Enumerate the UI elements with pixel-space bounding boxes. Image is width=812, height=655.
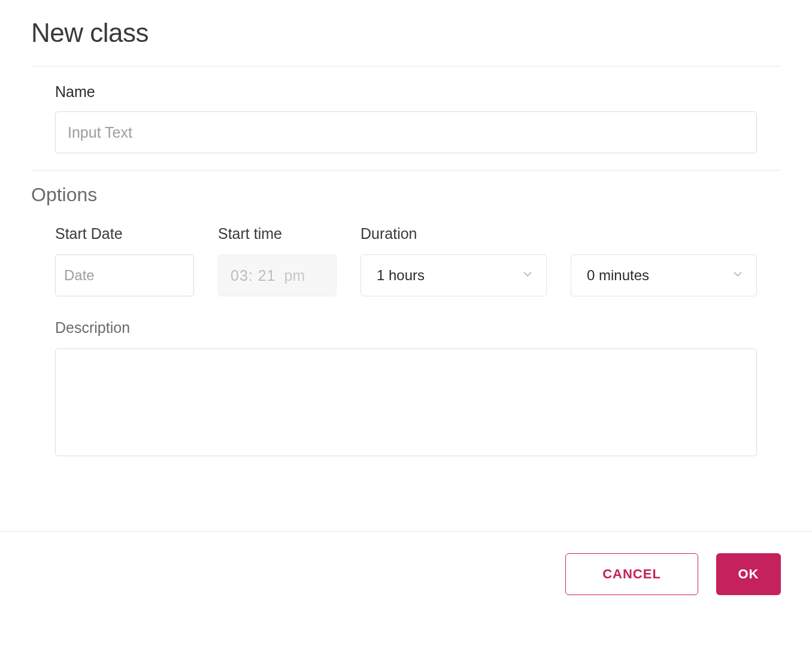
start-time-label: Start time — [218, 225, 337, 242]
start-time-col: Start time 03: 21 pm — [218, 225, 337, 296]
chevron-down-icon — [731, 268, 744, 283]
duration-minutes-select[interactable]: 0 minutes — [571, 254, 757, 296]
cancel-button[interactable]: CANCEL — [565, 553, 698, 595]
duration-label: Duration — [360, 225, 757, 242]
description-input[interactable] — [55, 348, 757, 456]
duration-selects: 1 hours 0 minutes — [360, 254, 757, 296]
name-field-block: Name — [31, 66, 781, 170]
start-time-input[interactable]: 03: 21 pm — [218, 254, 337, 296]
name-input[interactable] — [55, 111, 757, 153]
start-time-value: 03: 21 — [231, 267, 276, 284]
duration-col: Duration 1 hours 0 minutes — [360, 225, 757, 296]
start-time-ampm: pm — [284, 267, 305, 284]
duration-hours-value: 1 hours — [377, 267, 425, 284]
chevron-down-icon — [521, 268, 534, 283]
description-label: Description — [55, 319, 757, 336]
name-label: Name — [55, 83, 757, 101]
description-block: Description — [31, 296, 781, 459]
duration-hours-select[interactable]: 1 hours — [360, 254, 547, 296]
dialog-footer: CANCEL OK — [0, 531, 812, 655]
start-date-label: Start Date — [55, 225, 194, 242]
duration-minutes-value: 0 minutes — [587, 267, 649, 284]
dialog-content: New class Name Options Start Date Start … — [0, 0, 812, 459]
options-section-label: Options — [31, 171, 781, 212]
options-row: Start Date Start time 03: 21 pm Duration… — [31, 212, 781, 296]
ok-button[interactable]: OK — [716, 553, 781, 595]
start-date-col: Start Date — [55, 225, 194, 296]
start-date-input[interactable] — [55, 254, 194, 296]
dialog-title: New class — [31, 18, 781, 48]
